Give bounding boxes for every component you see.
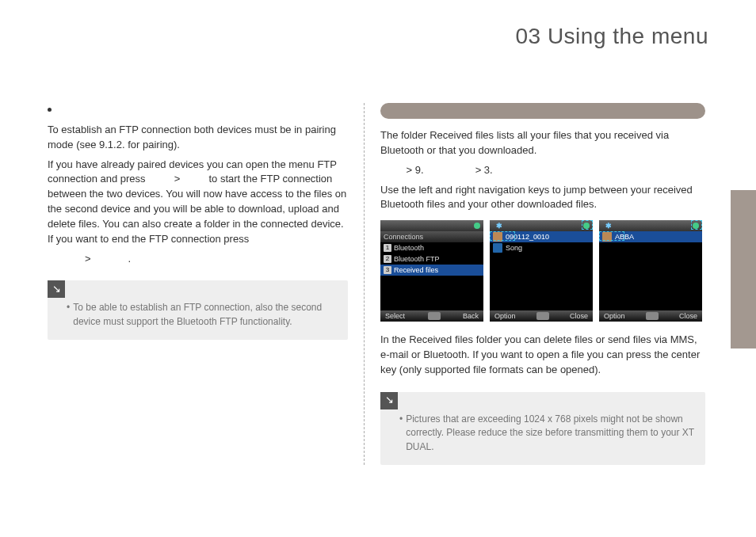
list-item-selected: 3Received files bbox=[380, 265, 483, 276]
softkey-right: Close bbox=[570, 311, 588, 322]
path-b: > 3. bbox=[472, 164, 493, 176]
left-para-3: ______ > ______. bbox=[48, 252, 348, 267]
note-text-left: To be able to establish an FTP connectio… bbox=[73, 301, 337, 329]
callout-outline-icon bbox=[582, 220, 593, 230]
left-p3-end: . bbox=[128, 253, 132, 265]
softkey-right: Close bbox=[679, 311, 697, 322]
softkey-left: Option bbox=[494, 311, 516, 322]
softkey-left: Select bbox=[385, 311, 405, 322]
bluetooth-icon: ✱ bbox=[493, 221, 506, 230]
right-path: ____ > 9. ________ > 3. bbox=[380, 163, 705, 178]
status-dot-icon bbox=[474, 223, 480, 229]
phone-screen-2: ✱ 090112_0010 Song Option Close bbox=[490, 220, 593, 322]
note-box-right: ↘ • Pictures that are exceeding 1024 x 7… bbox=[380, 392, 705, 465]
page-title: 03 Using the menu bbox=[515, 24, 708, 49]
right-column: The folder Received files lists all your… bbox=[365, 103, 705, 465]
left-column: To establish an FTP connection both devi… bbox=[48, 103, 365, 465]
callout-outline-icon bbox=[599, 231, 624, 241]
note-bullet: • bbox=[67, 301, 70, 329]
bluetooth-icon: ✱ bbox=[602, 221, 615, 230]
right-para-3: In the Received files folder you can del… bbox=[380, 333, 705, 378]
right-para-1: The folder Received files lists all your… bbox=[380, 128, 705, 158]
path-a: > 9. bbox=[403, 164, 426, 176]
gt-2: > bbox=[82, 253, 94, 265]
gt-1: > bbox=[171, 173, 183, 185]
phone-screen-1: Connections 1Bluetooth 2Bluetooth FTP 3R… bbox=[380, 220, 483, 322]
left-para-1: To establish an FTP connection both devi… bbox=[48, 123, 348, 153]
note-corner-icon: ↘ bbox=[48, 280, 65, 298]
softkey-center-icon bbox=[536, 312, 549, 320]
music-thumb-icon bbox=[493, 243, 502, 253]
callout-outline-icon bbox=[490, 231, 515, 241]
note-box-left: ↘ • To be able to establish an FTP conne… bbox=[48, 280, 348, 340]
phone-screen-3: ✱ ABBA Option Close bbox=[599, 220, 702, 322]
section-heading-pill bbox=[380, 103, 705, 119]
note-corner-icon: ↘ bbox=[380, 392, 398, 409]
left-para-2: If you have already paired devices you c… bbox=[48, 158, 348, 247]
list-item: 1Bluetooth bbox=[380, 242, 483, 253]
note-text-right: Pictures that are exceeding 1024 x 768 p… bbox=[406, 413, 694, 454]
softkey-left: Option bbox=[604, 311, 625, 322]
side-tab bbox=[731, 190, 756, 348]
callout-outline-icon bbox=[691, 220, 702, 230]
screen1-title: Connections bbox=[380, 231, 483, 242]
note-bullet: • bbox=[399, 413, 403, 454]
list-item: Song bbox=[490, 242, 593, 253]
screenshots-row: Connections 1Bluetooth 2Bluetooth FTP 3R… bbox=[380, 220, 705, 322]
softkey-right: Back bbox=[463, 311, 479, 322]
list-item: 2Bluetooth FTP bbox=[380, 253, 483, 265]
softkey-center-icon bbox=[428, 312, 441, 320]
right-para-2: Use the left and right navigation keys t… bbox=[380, 183, 705, 213]
softkey-center-icon bbox=[646, 312, 659, 320]
bullet-icon bbox=[48, 108, 52, 112]
